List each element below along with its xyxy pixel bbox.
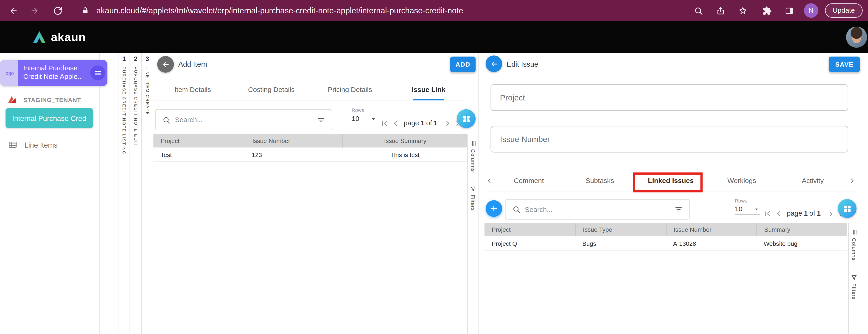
tab-pricing-details[interactable]: Pricing Details <box>311 79 389 100</box>
search-box <box>505 199 690 220</box>
column-header[interactable]: Issue Summary <box>342 134 468 147</box>
browser-profile-avatar[interactable]: N <box>804 3 818 18</box>
add-linked-issue-button[interactable] <box>486 200 502 217</box>
next-page-button[interactable] <box>442 118 452 128</box>
tabs-scroll-left-icon[interactable] <box>486 170 493 191</box>
table-tools: Columns Filters <box>848 223 859 334</box>
grid-icon <box>462 114 471 123</box>
sidebar-item-line-items[interactable]: Line Items <box>8 140 58 150</box>
column-header[interactable]: Project <box>153 134 244 147</box>
share-icon[interactable] <box>714 4 727 17</box>
tab-worklogs[interactable]: Worklogs <box>706 170 777 191</box>
filters-tool[interactable]: Filters <box>470 185 477 211</box>
cell-project: Test <box>153 151 244 158</box>
back-button[interactable] <box>157 56 174 73</box>
strip-number: 1 <box>122 55 126 62</box>
extensions-puzzle-icon[interactable] <box>761 4 774 17</box>
akaun-logo-icon <box>32 30 46 44</box>
tabs-scroll-right-icon[interactable] <box>848 170 856 191</box>
table-header[interactable]: Project Issue Number Issue Summary <box>153 134 468 147</box>
tab-activity[interactable]: Activity <box>777 170 848 191</box>
tab-subtasks[interactable]: Subtasks <box>564 170 635 191</box>
table-row[interactable]: Project Q Bugs A-13028 Website bug <box>485 236 847 251</box>
column-header[interactable]: Summary <box>756 223 847 236</box>
app-header: akaun <box>0 21 868 53</box>
strip-label: PURCHASE CREDIT NOTE EDIT <box>133 67 138 146</box>
search-icon <box>512 205 521 214</box>
table-header[interactable]: Project Issue Type Issue Number Summary <box>485 223 847 236</box>
grid-view-button[interactable] <box>457 109 475 128</box>
search-box <box>155 109 332 130</box>
column-header[interactable]: Project <box>485 223 575 236</box>
filter-list-icon[interactable] <box>317 116 325 124</box>
chevron-down-icon <box>370 115 377 122</box>
screen: akaun.cloud/#/applets/tnt/wavelet/erp/in… <box>0 0 868 334</box>
column-header[interactable]: Issue Number <box>666 223 756 236</box>
filter-funnel-icon <box>850 274 858 281</box>
tab-issue-link[interactable]: Issue Link <box>389 79 468 100</box>
breadcrumb-strips: 1 PURCHASE CREDIT NOTE LISTING 2 PURCHAS… <box>118 53 153 334</box>
strip-purchase-credit-note-edit[interactable]: 2 PURCHASE CREDIT NOTE EDIT <box>130 53 142 334</box>
column-header[interactable]: Issue Type <box>575 223 666 236</box>
grid-view-button[interactable] <box>838 199 857 218</box>
cell-issue-summary: This is test <box>342 151 468 158</box>
applet-card[interactable]: logo Internal Purchase Credit Note Apple… <box>0 60 107 86</box>
column-header[interactable]: Issue Number <box>245 134 342 147</box>
tenant-name: STAGING_TENANT <box>23 96 81 103</box>
browser-update-button[interactable]: Update <box>825 3 863 18</box>
search-input[interactable] <box>175 116 312 124</box>
browser-refresh-icon[interactable] <box>51 4 64 17</box>
project-field[interactable]: Project <box>491 84 848 111</box>
annotation-red-box <box>633 172 703 192</box>
rows-per-page-select[interactable]: Rows 10 <box>735 198 760 215</box>
filter-funnel-icon <box>470 185 477 192</box>
grid-icon <box>842 204 852 213</box>
rows-label: Rows <box>735 198 760 203</box>
tab-comment[interactable]: Comment <box>493 170 564 191</box>
columns-tool[interactable]: Columns <box>850 228 858 261</box>
applet-logo-placeholder: logo <box>0 60 18 86</box>
next-page-button[interactable] <box>826 208 835 218</box>
hamburger-menu-icon[interactable] <box>90 65 105 80</box>
strip-purchase-credit-note-listing[interactable]: 1 PURCHASE CREDIT NOTE LISTING <box>118 53 130 334</box>
table-row[interactable]: Test 123 This is test <box>153 147 468 162</box>
module-button[interactable]: Internal Purchase Cred <box>5 108 93 128</box>
sidebar-item-label: Line Items <box>24 141 58 149</box>
tab-item-details[interactable]: Item Details <box>153 79 232 100</box>
browser-forward-icon[interactable] <box>28 4 41 17</box>
rows-label: Rows <box>351 108 377 113</box>
applet-title: Internal Purchase Credit Note Apple.. <box>23 64 81 80</box>
plus-icon <box>490 204 498 213</box>
strip-number: 3 <box>146 55 149 62</box>
columns-tool[interactable]: Columns <box>470 140 477 172</box>
filter-list-icon[interactable] <box>674 205 683 214</box>
add-button[interactable]: ADD <box>450 57 475 72</box>
prev-page-button[interactable] <box>773 208 783 218</box>
user-avatar[interactable] <box>846 26 867 48</box>
akaun-logo: akaun <box>32 30 86 44</box>
first-page-button[interactable] <box>763 208 772 218</box>
filters-tool[interactable]: Filters <box>850 274 858 300</box>
first-page-button[interactable] <box>379 118 389 128</box>
tenant-logo-icon <box>7 94 18 105</box>
search-icon <box>162 116 170 124</box>
tab-costing-details[interactable]: Costing Details <box>232 79 311 100</box>
save-button[interactable]: SAVE <box>829 57 860 72</box>
issue-link-table: Project Issue Number Issue Summary Test … <box>153 134 468 162</box>
bookmark-star-icon[interactable] <box>736 4 750 17</box>
issue-number-field[interactable]: Issue Number <box>491 126 848 152</box>
content-area: logo Internal Purchase Credit Note Apple… <box>0 53 868 334</box>
side-panel-icon[interactable] <box>783 4 796 17</box>
address-bar[interactable]: akaun.cloud/#/applets/tnt/wavelet/erp/in… <box>96 6 683 15</box>
strip-label: LINE ITEM CREATE <box>145 67 150 115</box>
strip-line-item-create[interactable]: 3 LINE ITEM CREATE <box>142 53 154 334</box>
prev-page-button[interactable] <box>391 118 400 128</box>
lock-icon[interactable] <box>79 4 92 17</box>
browser-back-icon[interactable] <box>7 4 20 17</box>
tenant-selector[interactable]: STAGING_TENANT <box>7 94 81 105</box>
search-icon[interactable] <box>692 4 705 17</box>
search-input[interactable] <box>525 205 670 213</box>
back-button[interactable] <box>486 55 502 72</box>
rows-per-page-select[interactable]: Rows 10 <box>351 108 377 124</box>
browser-chrome: akaun.cloud/#/applets/tnt/wavelet/erp/in… <box>0 0 868 21</box>
